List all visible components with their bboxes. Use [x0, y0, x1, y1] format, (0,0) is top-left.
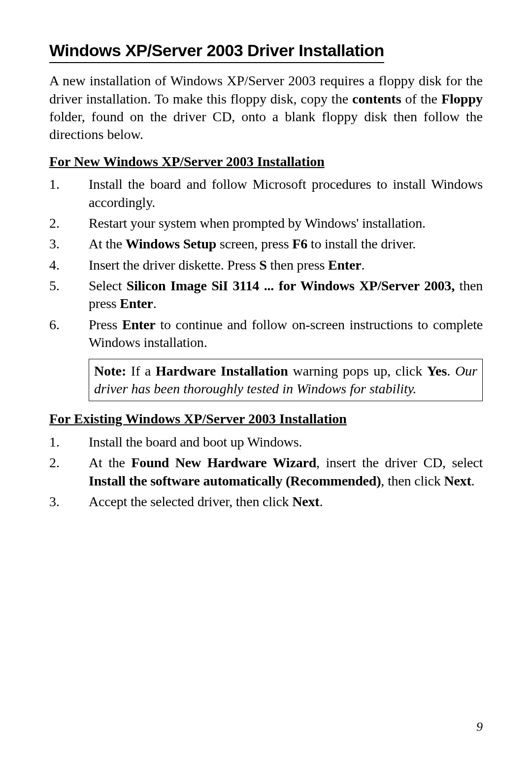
page-number: 9 — [476, 719, 483, 735]
step-plain-text: , then click — [381, 473, 444, 488]
intro-paragraph: A new installation of Windows XP/Server … — [49, 72, 483, 144]
step-text: Press Enter to continue and follow on-sc… — [89, 316, 483, 352]
step-plain-text: . — [361, 257, 365, 273]
list-item: 2.Restart your system when prompted by W… — [49, 214, 483, 232]
intro-text: of the — [401, 91, 441, 106]
step-bold-text: Install the software automatically (Reco… — [89, 473, 381, 488]
step-text: Restart your system when prompted by Win… — [89, 214, 483, 232]
intro-bold-contents: contents — [352, 91, 401, 106]
step-text: At the Found New Hardware Wizard, insert… — [89, 454, 483, 490]
note-text: warning pops up, click — [288, 363, 427, 379]
list-item: 4.Insert the driver diskette. Press S th… — [49, 256, 483, 274]
step-bold-text: Next — [292, 494, 319, 509]
note-text: . — [447, 363, 455, 379]
list-item: 6.Press Enter to continue and follow on-… — [49, 316, 483, 352]
step-plain-text: Restart your system when prompted by Win… — [89, 215, 426, 231]
note-bold-yes: Yes — [427, 363, 447, 379]
step-number: 1. — [49, 433, 89, 451]
step-plain-text: Press — [89, 317, 122, 332]
step-text: Install the board and follow Microsoft p… — [89, 175, 483, 211]
steps-new-install: 1.Install the board and follow Microsoft… — [49, 175, 483, 352]
step-plain-text: Install the board and boot up Windows. — [89, 434, 302, 449]
note-bold-hardware: Hardware Installation — [156, 363, 288, 379]
step-number: 2. — [49, 454, 89, 472]
step-plain-text: Insert the driver diskette. Press — [89, 257, 259, 273]
step-number: 3. — [49, 493, 89, 511]
step-bold-text: Enter — [120, 296, 153, 311]
step-plain-text: , insert the driver CD, select — [316, 455, 483, 470]
intro-bold-floppy: Floppy — [441, 91, 483, 106]
step-plain-text: to install the driver. — [307, 236, 416, 251]
step-plain-text: . — [471, 473, 475, 488]
steps-existing-install: 1.Install the board and boot up Windows.… — [49, 433, 483, 511]
step-plain-text: . — [319, 494, 323, 509]
list-item: 2.At the Found New Hardware Wizard, inse… — [49, 454, 483, 490]
section-heading-new-install: For New Windows XP/Server 2003 Installat… — [49, 153, 483, 171]
step-plain-text: Select — [89, 278, 127, 293]
list-item: 3.Accept the selected driver, then click… — [49, 493, 483, 511]
note-lead: Note: — [94, 363, 126, 379]
step-bold-text: Next — [444, 473, 471, 488]
step-bold-text: Enter — [328, 257, 361, 273]
step-plain-text: Install the board and follow Microsoft p… — [89, 176, 483, 209]
note-text: If a — [126, 363, 156, 379]
intro-text: folder, found on the driver CD, onto a b… — [49, 109, 483, 142]
step-text: Accept the selected driver, then click N… — [89, 493, 483, 511]
step-number: 4. — [49, 256, 89, 274]
step-bold-text: Silicon Image SiI 3114 ... for Windows X… — [127, 278, 455, 293]
step-number: 3. — [49, 235, 89, 253]
step-text: Select Silicon Image SiI 3114 ... for Wi… — [89, 277, 483, 313]
step-plain-text: then press — [267, 257, 328, 273]
step-bold-text: Windows Setup — [126, 236, 216, 251]
list-item: 1.Install the board and boot up Windows. — [49, 433, 483, 451]
page-title: Windows XP/Server 2003 Driver Installati… — [49, 39, 384, 63]
step-plain-text: screen, press — [216, 236, 292, 251]
step-plain-text: At the — [89, 236, 126, 251]
section-heading-existing-install: For Existing Windows XP/Server 2003 Inst… — [49, 410, 483, 428]
step-number: 5. — [49, 277, 89, 295]
document-page: Windows XP/Server 2003 Driver Installati… — [0, 0, 532, 760]
step-plain-text: . — [153, 296, 157, 311]
list-item: 5.Select Silicon Image SiI 3114 ... for … — [49, 277, 483, 313]
step-plain-text: Accept the selected driver, then click — [89, 494, 292, 509]
step-bold-text: Enter — [122, 317, 155, 332]
step-number: 1. — [49, 175, 89, 193]
step-plain-text: At the — [89, 455, 131, 470]
step-number: 6. — [49, 316, 89, 334]
step-bold-text: F6 — [292, 236, 307, 251]
note-box: Note: If a Hardware Installation warning… — [89, 359, 483, 402]
step-text: Insert the driver diskette. Press S then… — [89, 256, 483, 274]
step-number: 2. — [49, 214, 89, 232]
step-text: Install the board and boot up Windows. — [89, 433, 483, 451]
step-bold-text: S — [259, 257, 266, 273]
step-text: At the Windows Setup screen, press F6 to… — [89, 235, 483, 253]
step-bold-text: Found New Hardware Wizard — [131, 455, 316, 470]
list-item: 3.At the Windows Setup screen, press F6 … — [49, 235, 483, 253]
list-item: 1.Install the board and follow Microsoft… — [49, 175, 483, 211]
